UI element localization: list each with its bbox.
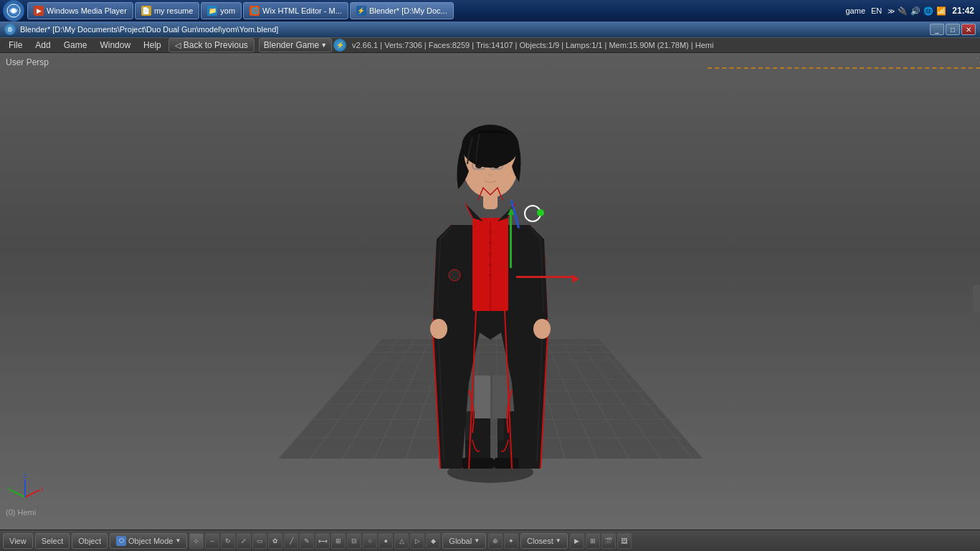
wix-icon: 🌐 [249,6,260,16]
global-label: Global [449,537,472,545]
taskbar-tabs: ▶ Windows Media Player 📄 my resume 📁 yom… [27,2,845,19]
tray-volume: 🔊 [910,6,920,16]
tool-scale[interactable]: ⤢ [237,533,251,549]
tool-render-c[interactable]: 🎬 [601,533,616,549]
viewport-background: User Persp [0,53,980,544]
tab-yom[interactable]: 📁 yom [201,2,242,19]
game-label: game [845,6,865,15]
tool-6[interactable]: ○ [363,533,377,549]
tab-wix[interactable]: 🌐 Wix HTML Editor - M... [243,2,348,19]
tool-rotate[interactable]: ↻ [221,533,235,549]
toolbar-icons: ⊹ ↔ ↻ ⤢ ▭ ✿ ╱ ✎ ⟷ ⊞ ⊟ ○ ● △ ▷ ◆ [189,533,440,549]
viewport-scrollbar-right[interactable] [973,284,980,313]
view-label: View [9,537,27,545]
view-button[interactable]: View [3,533,33,549]
back-to-previous-button[interactable]: ◁ Back to Previous [168,38,254,52]
svg-point-13 [489,231,492,234]
transform-arrow-y [510,211,512,268]
axis-indicator: X Y Z [7,472,43,508]
svg-point-15 [489,252,492,255]
lang-label: EN [871,6,882,15]
tab-resume[interactable]: 📄 my resume [135,2,199,19]
select-button[interactable]: Select [35,533,70,549]
yom-icon: 📁 [207,6,217,16]
tab-media[interactable]: ▶ Windows Media Player [27,2,133,19]
select-label: Select [42,537,64,545]
tool-knife[interactable]: ╱ [284,533,298,549]
tool-5[interactable]: ⊟ [347,533,361,549]
tool-cursor[interactable]: ⊹ [189,533,204,549]
global-dropdown-icon: ▼ [474,537,480,544]
tool-render-b[interactable]: ⊞ [586,533,600,549]
engine-dropdown-icon: ▼ [320,42,327,49]
svg-point-16 [489,263,492,266]
tool-10[interactable]: ◆ [426,533,440,549]
engine-label: Blender Game [264,40,319,50]
tool-select-box[interactable]: ▭ [252,533,267,549]
tool-7[interactable]: ● [379,533,393,549]
toolbar-icons-2: ⊕ ✦ [488,533,518,549]
tool-snap-a[interactable]: ⊕ [488,533,503,549]
view-label: User Persp [6,57,49,67]
pivot-dropdown-icon: ▼ [556,537,561,544]
tool-render-a[interactable]: ▶ [570,533,584,549]
svg-point-17 [489,274,492,277]
svg-rect-10 [493,375,508,418]
minimize-button[interactable]: _ [930,24,944,35]
transform-arrow-x [516,276,574,278]
mode-label: Object Mode [128,537,173,545]
menu-window[interactable]: Window [94,39,136,52]
menu-help[interactable]: Help [138,39,167,52]
mode-dropdown-icon: ▼ [175,537,181,544]
tray-network: 🔌 [898,6,908,16]
svg-text:X: X [40,486,43,493]
titlebar-controls: _ □ ✕ [930,24,976,35]
close-button[interactable]: ✕ [961,24,976,35]
tool-translate[interactable]: ↔ [205,533,219,549]
menu-file[interactable]: File [3,39,28,52]
tool-lasso[interactable]: ✿ [268,533,282,549]
viewport[interactable]: User Persp [0,53,980,544]
back-icon: ◁ [175,41,181,50]
blender-logo: B [4,24,16,35]
selection-indicator [708,67,980,69]
menu-game[interactable]: Game [58,39,93,52]
back-label: Back to Previous [184,40,248,50]
taskbar-right: game EN ≫ 🔌 🔊 🌐 📶 21:42 [845,6,980,16]
titlebar: B Blender* [D:\My Documents\Project\Duo … [0,21,980,37]
version-info: v2.66.1 | Verts:7306 | Faces:8259 | Tris… [352,41,713,49]
tool-4[interactable]: ⊞ [331,533,346,549]
tool-annotate[interactable]: ✎ [300,533,314,549]
tool-render-d[interactable]: 🖼 [617,533,632,549]
svg-line-29 [25,490,39,497]
engine-selector[interactable]: Blender Game ▼ [259,38,332,52]
maximize-button[interactable]: □ [946,24,960,35]
svg-text:Z: Z [23,472,27,479]
tray-globe: 🌐 [923,6,933,16]
pivot-button[interactable]: Closest ▼ [520,533,568,549]
object-label: Object [78,537,101,545]
character [401,82,580,497]
tool-measure[interactable]: ⟷ [315,533,330,549]
tool-snap-b[interactable]: ✦ [504,533,518,549]
menu-add[interactable]: Add [29,39,56,52]
statusbar: View Select Object ⬡ Object Mode ▼ ⊹ ↔ ↻… [0,530,980,551]
global-button[interactable]: Global ▼ [442,533,486,549]
media-icon: ▶ [34,6,44,16]
tab-blender[interactable]: ⚡ Blender* [D:\My Doc... [350,2,454,19]
viewport-corner-dot: · [976,54,979,62]
blender-icon: ⚡ [356,6,366,16]
tool-9[interactable]: ▷ [410,533,424,549]
tool-8[interactable]: △ [394,533,409,549]
svg-text:Y: Y [7,486,11,493]
mode-icon: ⬡ [116,536,126,546]
start-button[interactable] [3,0,24,21]
object-button[interactable]: Object [72,533,108,549]
resume-icon: 📄 [141,6,151,16]
mode-button[interactable]: ⬡ Object Mode ▼ [110,533,187,549]
taskbar: ▶ Windows Media Player 📄 my resume 📁 yom… [0,0,980,21]
svg-point-18 [430,319,447,339]
clock: 21:42 [952,6,974,16]
svg-point-20 [533,319,551,339]
toolbar-icons-3: ▶ ⊞ 🎬 🖼 [570,533,632,549]
